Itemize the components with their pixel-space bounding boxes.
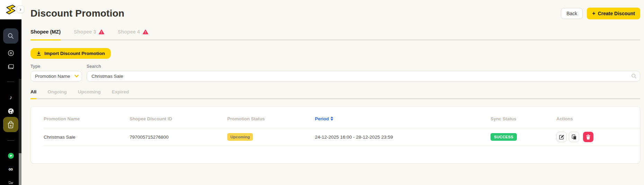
status-tab-ongoing[interactable]: Ongoing: [47, 89, 67, 98]
chevron-down-icon: [74, 75, 79, 78]
sidebar-scrollbar-thumb[interactable]: [19, 153, 21, 185]
create-discount-label: Create Discount: [598, 11, 635, 16]
search-filter: Search: [87, 64, 640, 82]
table-row: Christmas Sale 797005715276800 Upcoming …: [44, 128, 640, 146]
sync-status-badge: SUCCESS: [491, 133, 517, 141]
col-promotion-status: Promotion Status: [227, 116, 315, 121]
shopee-bag-icon: S: [7, 121, 14, 128]
sidebar-item-lazada[interactable]: [0, 108, 21, 114]
sidebar-item-add[interactable]: [0, 50, 21, 56]
delete-button[interactable]: [583, 132, 593, 142]
shop-tabs: Shopee (MZ) Shopee 3 Shopee 4: [30, 29, 640, 40]
search-label: Search: [87, 64, 640, 69]
sidebar-item-partial[interactable]: [0, 181, 21, 185]
globe-icon: [8, 108, 14, 114]
sidebar-divider: [7, 82, 14, 82]
sidebar-item-finance[interactable]: ₱: [0, 152, 21, 159]
type-filter: Type Promotion Name: [30, 64, 82, 82]
col-promotion-name: Promotion Name: [44, 116, 130, 121]
type-select[interactable]: Promotion Name: [30, 71, 82, 82]
back-button[interactable]: Back: [561, 8, 583, 19]
col-shopee-discount-id: Shopee Discount ID: [130, 116, 227, 121]
header-actions: Back + Create Discount: [561, 8, 640, 19]
col-actions: Actions: [556, 116, 640, 121]
infinity-icon: ∞: [9, 166, 13, 172]
main-content: Discount Promotion Back + Create Discoun…: [21, 0, 644, 164]
col-sync-status: Sync Status: [491, 116, 556, 121]
sort-icon: [330, 117, 333, 121]
download-icon: [36, 51, 41, 56]
status-tab-expired[interactable]: Expired: [112, 89, 129, 98]
sidebar-item-integrations[interactable]: ∞: [0, 166, 21, 172]
search-input[interactable]: [87, 71, 640, 82]
cell-promotion-status: Upcoming: [227, 133, 315, 141]
svg-text:₱: ₱: [10, 154, 12, 158]
tab-shopee-4[interactable]: Shopee 4: [117, 29, 148, 39]
search-icon: [7, 33, 14, 39]
promotions-table-card: Promotion Name Shopee Discount ID Promot…: [30, 106, 640, 164]
copy-button[interactable]: [569, 132, 579, 142]
svg-text:S: S: [10, 124, 12, 127]
tab-label: Shopee 3: [74, 29, 96, 35]
sidebar-item-tiktok[interactable]: ♪: [0, 95, 21, 100]
copy-icon: [572, 135, 577, 140]
status-badge-upcoming: Upcoming: [227, 133, 253, 141]
partial-logo-icon: [8, 181, 14, 185]
sidebar-item-chat[interactable]: [0, 63, 21, 70]
import-discount-button[interactable]: Import Discount Promotion: [30, 48, 111, 59]
warning-icon: [143, 29, 148, 35]
type-label: Type: [30, 64, 82, 69]
tab-shopee-3[interactable]: Shopee 3: [74, 29, 104, 39]
sidebar-item-shopee-active[interactable]: S: [3, 117, 18, 132]
cell-shopee-discount-id: 797005715276800: [130, 135, 227, 140]
col-period-label: Period: [315, 116, 329, 121]
tab-label: Shopee (MZ): [30, 29, 61, 35]
type-select-value: Promotion Name: [35, 74, 70, 79]
trash-icon: [586, 135, 591, 140]
tab-label: Shopee 4: [117, 29, 140, 35]
sidebar-item-search[interactable]: [3, 28, 18, 44]
sidebar-expand-button[interactable]: ›: [17, 6, 24, 13]
plus-circle-icon: [8, 50, 14, 56]
cell-promotion-name: Christmas Sale: [44, 135, 130, 140]
status-tab-all[interactable]: All: [30, 89, 36, 99]
brand-z-icon: [5, 3, 17, 16]
plus-icon: +: [592, 11, 595, 16]
table-header: Promotion Name Shopee Discount ID Promot…: [44, 107, 640, 128]
tab-shopee-mz[interactable]: Shopee (MZ): [30, 29, 61, 40]
search-box: [87, 71, 640, 82]
cell-sync-status: SUCCESS: [491, 133, 556, 141]
filter-bar: Type Promotion Name Search: [30, 64, 640, 82]
sidebar-divider: [7, 140, 14, 141]
page-title: Discount Promotion: [30, 8, 124, 19]
edit-button[interactable]: [556, 132, 567, 142]
create-discount-button[interactable]: + Create Discount: [587, 8, 640, 19]
status-tabs: All Ongoing Upcoming Expired: [30, 89, 640, 99]
search-icon[interactable]: [631, 73, 637, 79]
cell-period: 24-12-2025 16:00 - 28-12-2025 23:59: [315, 135, 491, 140]
import-discount-label: Import Discount Promotion: [44, 51, 105, 56]
tiktok-icon: ♪: [9, 95, 12, 100]
sidebar: › ♪ S: [0, 0, 21, 185]
warning-icon: [99, 29, 104, 35]
cell-actions: [556, 132, 640, 142]
col-period-sortable[interactable]: Period: [315, 116, 491, 121]
status-tab-upcoming[interactable]: Upcoming: [78, 89, 101, 98]
edit-pencil-icon: [559, 135, 564, 140]
chevron-right-icon: ›: [20, 7, 21, 12]
chat-bubbles-icon: [7, 63, 14, 70]
green-coin-icon: ₱: [8, 152, 14, 159]
page-header: Discount Promotion Back + Create Discoun…: [30, 8, 640, 19]
